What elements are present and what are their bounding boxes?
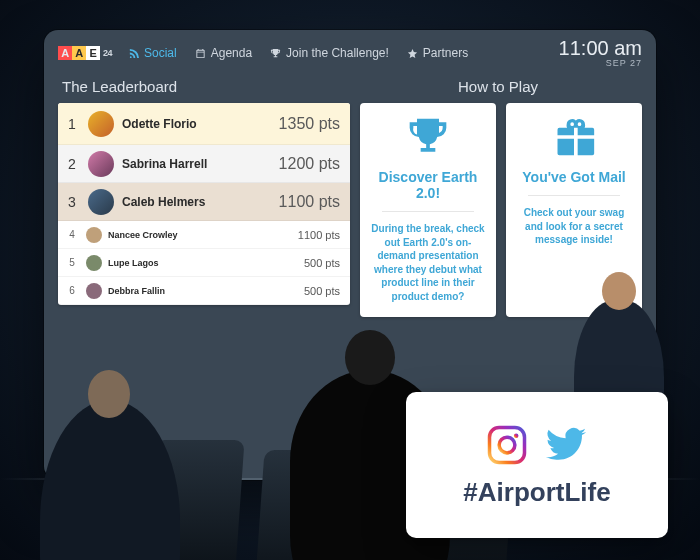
howto-card: You've Got Mail Check out your swag and … [506,103,642,317]
leaderboard-row: 5 Lupe Lagos 500 pts [58,249,350,277]
divider [382,211,475,212]
leaderboard: 1 Odette Florio 1350 pts 2 Sabrina Harre… [58,103,350,305]
leaderboard-points: 1350 pts [279,115,340,133]
divider [528,195,621,196]
leaderboard-name: Debbra Fallin [108,286,304,296]
rss-icon [128,48,139,59]
nav-agenda[interactable]: Agenda [195,46,252,60]
leaderboard-row: 2 Sabrina Harrell 1200 pts [58,145,350,183]
svg-rect-0 [490,427,525,462]
event-logo: A A E 24 [58,46,112,60]
nav-challenge-label: Join the Challenge! [286,46,389,60]
leaderboard-row: 1 Odette Florio 1350 pts [58,103,350,145]
leaderboard-row: 4 Nancee Crowley 1100 pts [58,221,350,249]
howto-card: Discover Earth 2.0! During the break, ch… [360,103,496,317]
svg-point-1 [499,437,515,453]
avatar [88,151,114,177]
leaderboard-points: 1100 pts [298,229,340,241]
top-bar: A A E 24 Social Agenda Join the Challeng… [44,30,656,76]
avatar [88,189,114,215]
clock-date: SEP 27 [559,59,642,68]
nav-social-label: Social [144,46,177,60]
logo-year: 24 [103,48,112,58]
star-icon [407,48,418,59]
leaderboard-row: 3 Caleb Helmers 1100 pts [58,183,350,221]
twitter-icon [544,423,588,467]
howto-card-title: You've Got Mail [522,169,625,185]
avatar [86,255,102,271]
logo-char-2: A [72,46,86,60]
howto-card-title: Discover Earth 2.0! [370,169,486,201]
leaderboard-title: The Leaderboard [58,76,350,103]
leaderboard-name: Odette Florio [122,117,279,131]
howto-title: How to Play [350,76,642,103]
hashtag-text: #AirportLife [463,477,610,508]
leaderboard-name: Sabrina Harrell [122,157,279,171]
logo-char-1: A [58,46,72,60]
clock-time: 11:00 am [559,38,642,59]
leaderboard-rank: 2 [64,156,80,172]
nav-agenda-label: Agenda [211,46,252,60]
leaderboard-rank: 3 [64,194,80,210]
leaderboard-name: Nancee Crowley [108,230,298,240]
leaderboard-name: Lupe Lagos [108,258,304,268]
calendar-icon [195,48,206,59]
clock: 11:00 am SEP 27 [559,38,642,68]
leaderboard-rank: 4 [64,229,80,240]
avatar [88,111,114,137]
avatar [86,227,102,243]
instagram-icon [486,424,528,466]
avatar [86,283,102,299]
trophy-icon [406,115,450,163]
hashtag-card: #AirportLife [406,392,668,538]
howto-card-body: During the break, check out Earth 2.0's … [370,222,486,303]
leaderboard-points: 500 pts [304,285,340,297]
nav-partners[interactable]: Partners [407,46,468,60]
trophy-icon [270,48,281,59]
nav-social[interactable]: Social [128,46,177,60]
leaderboard-points: 500 pts [304,257,340,269]
leaderboard-name: Caleb Helmers [122,195,279,209]
leaderboard-row: 6 Debbra Fallin 500 pts [58,277,350,305]
gift-icon [552,115,596,163]
leaderboard-rank: 6 [64,285,80,296]
leaderboard-points: 1200 pts [279,155,340,173]
leaderboard-points: 1100 pts [279,193,340,211]
svg-point-2 [514,433,519,438]
nav-challenge[interactable]: Join the Challenge! [270,46,389,60]
top-nav: Social Agenda Join the Challenge! Partne… [128,46,468,60]
leaderboard-rank: 1 [64,116,80,132]
howto-card-body: Check out your swag and look for a secre… [516,206,632,247]
nav-partners-label: Partners [423,46,468,60]
logo-char-3: E [86,46,100,60]
leaderboard-rank: 5 [64,257,80,268]
